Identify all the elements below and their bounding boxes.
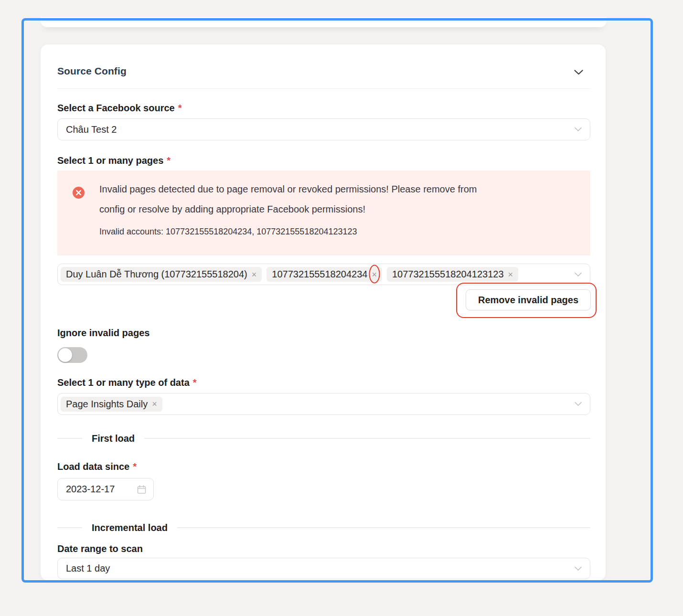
facebook-source-select[interactable]: Châu Test 2 xyxy=(57,118,590,140)
remove-tag-icon[interactable]: × xyxy=(252,270,257,279)
load-data-since-datepicker[interactable]: 2023-12-17 xyxy=(57,478,154,500)
date-range-select[interactable]: Last 1 day xyxy=(57,558,590,579)
data-type-multiselect[interactable]: Page Insights Daily × xyxy=(57,393,590,415)
alert-text: Invalid pages detected due to page remov… xyxy=(99,179,577,238)
header-divider xyxy=(57,88,590,89)
chevron-down-icon xyxy=(575,402,582,406)
alert-message-line: config or resolve by adding appropriate … xyxy=(99,199,577,219)
required-asterisk: * xyxy=(167,155,171,166)
alert-message-line: Invalid pages detected due to page remov… xyxy=(99,179,577,199)
data-type-tag: Page Insights Daily × xyxy=(61,397,162,412)
source-config-card: Source Config Select a Facebook source* … xyxy=(41,44,606,581)
selected-pages-tags: Duy Luân Dễ Thương (107732155518204) × 1… xyxy=(58,267,590,282)
ignore-invalid-pages-label: Ignore invalid pages xyxy=(57,327,149,339)
load-data-since-value: 2023-12-17 xyxy=(58,484,115,495)
collapse-panel-button[interactable] xyxy=(573,67,584,77)
page-tag: 107732155518204123123 × xyxy=(387,267,518,282)
source-config-page: Source Config Select a Facebook source* … xyxy=(0,0,683,616)
load-data-since-label: Load data since* xyxy=(57,461,137,472)
facebook-source-label: Select a Facebook source* xyxy=(57,102,181,114)
remove-invalid-pages-button[interactable]: Remove invalid pages xyxy=(466,289,591,310)
page-tag-label: Duy Luân Dễ Thương (107732155518204) xyxy=(66,269,247,280)
page-tag: Duy Luân Dễ Thương (107732155518204) × xyxy=(61,267,262,282)
selected-data-type-tags: Page Insights Daily × xyxy=(58,397,590,412)
page-title: Source Config xyxy=(57,65,127,76)
pages-label: Select 1 or many pages* xyxy=(57,155,171,166)
remove-tag-icon[interactable]: × xyxy=(508,270,513,279)
chevron-down-icon xyxy=(575,272,582,276)
required-asterisk: * xyxy=(178,103,182,113)
data-type-label: Select 1 or many type of data* xyxy=(57,377,197,388)
remove-tag-icon[interactable]: × xyxy=(152,400,157,408)
remove-invalid-pages-wrap: Remove invalid pages xyxy=(466,289,591,310)
calendar-icon xyxy=(137,485,146,494)
page-tag-label: 107732155518204234 xyxy=(272,269,367,280)
pages-multiselect[interactable]: Duy Luân Dễ Thương (107732155518204) × 1… xyxy=(57,264,590,285)
toggle-knob xyxy=(58,348,72,362)
first-load-divider-label: First load xyxy=(92,433,135,444)
required-asterisk: * xyxy=(193,377,197,388)
panel-header: Source Config xyxy=(57,65,590,79)
incremental-load-divider-label: Incremental load xyxy=(92,522,168,533)
facebook-source-value: Châu Test 2 xyxy=(58,124,117,135)
error-circle-x-icon xyxy=(73,187,85,199)
remove-tag-icon[interactable]: × xyxy=(372,270,377,279)
incremental-load-divider: Incremental load xyxy=(57,521,590,534)
date-range-value: Last 1 day xyxy=(58,563,110,574)
chevron-down-icon xyxy=(575,566,582,571)
data-type-tag-label: Page Insights Daily xyxy=(66,399,148,410)
chevron-down-icon xyxy=(575,127,582,132)
ignore-invalid-pages-toggle[interactable] xyxy=(57,347,87,363)
alert-invalid-accounts: Invalid accounts: 107732155518204234, 10… xyxy=(99,225,577,238)
page-tag: 107732155518204234 × xyxy=(267,267,382,282)
required-asterisk: * xyxy=(133,461,137,472)
invalid-pages-alert: Invalid pages detected due to page remov… xyxy=(57,170,590,255)
chevron-down-icon xyxy=(574,70,583,75)
date-range-label: Date range to scan xyxy=(57,543,143,554)
previous-card-bottom-edge xyxy=(41,17,607,27)
page-tag-label: 107732155518204123123 xyxy=(392,269,504,280)
first-load-divider: First load xyxy=(57,432,590,445)
